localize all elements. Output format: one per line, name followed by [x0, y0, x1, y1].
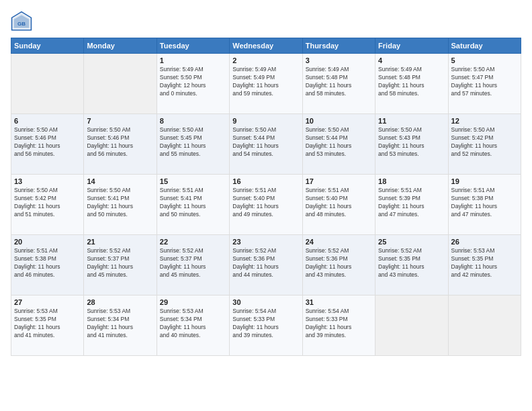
calendar-week-3: 20Sunrise: 5:51 AM Sunset: 5:38 PM Dayli…: [11, 235, 521, 295]
day-number: 3: [306, 56, 372, 64]
day-number: 22: [160, 238, 226, 246]
calendar-cell: 25Sunrise: 5:52 AM Sunset: 5:35 PM Dayli…: [375, 235, 448, 295]
day-info: Sunrise: 5:50 AM Sunset: 5:43 PM Dayligh…: [378, 126, 445, 158]
day-number: 25: [378, 238, 445, 246]
calendar-cell: 2Sunrise: 5:49 AM Sunset: 5:49 PM Daylig…: [230, 54, 302, 114]
calendar-week-4: 27Sunrise: 5:53 AM Sunset: 5:35 PM Dayli…: [11, 295, 521, 356]
day-info: Sunrise: 5:51 AM Sunset: 5:38 PM Dayligh…: [14, 247, 81, 279]
day-info: Sunrise: 5:51 AM Sunset: 5:39 PM Dayligh…: [378, 187, 445, 219]
calendar-cell: 23Sunrise: 5:52 AM Sunset: 5:36 PM Dayli…: [230, 235, 302, 295]
weekday-header-monday: Monday: [84, 38, 157, 54]
day-info: Sunrise: 5:50 AM Sunset: 5:42 PM Dayligh…: [14, 187, 81, 219]
day-number: 31: [306, 298, 372, 306]
day-info: Sunrise: 5:49 AM Sunset: 5:49 PM Dayligh…: [232, 66, 299, 98]
day-info: Sunrise: 5:54 AM Sunset: 5:33 PM Dayligh…: [306, 308, 372, 340]
calendar-cell: 5Sunrise: 5:50 AM Sunset: 5:47 PM Daylig…: [448, 54, 521, 114]
calendar-cell: 8Sunrise: 5:50 AM Sunset: 5:45 PM Daylig…: [157, 114, 229, 175]
day-number: 11: [378, 117, 445, 125]
day-number: 2: [232, 56, 299, 64]
day-info: Sunrise: 5:53 AM Sunset: 5:35 PM Dayligh…: [451, 247, 518, 279]
day-info: Sunrise: 5:50 AM Sunset: 5:46 PM Dayligh…: [87, 126, 153, 158]
calendar-cell: 1Sunrise: 5:49 AM Sunset: 5:50 PM Daylig…: [157, 54, 229, 114]
calendar-cell: [448, 295, 521, 356]
calendar-cell: 21Sunrise: 5:52 AM Sunset: 5:37 PM Dayli…: [84, 235, 157, 295]
calendar-cell: 24Sunrise: 5:52 AM Sunset: 5:36 PM Dayli…: [302, 235, 375, 295]
calendar-cell: 27Sunrise: 5:53 AM Sunset: 5:35 PM Dayli…: [11, 295, 84, 356]
day-number: 21: [87, 238, 153, 246]
day-number: 13: [14, 177, 81, 185]
calendar-cell: 17Sunrise: 5:51 AM Sunset: 5:40 PM Dayli…: [302, 175, 375, 235]
calendar-cell: [375, 295, 448, 356]
page-header: GB: [11, 11, 521, 32]
calendar-cell: 29Sunrise: 5:53 AM Sunset: 5:34 PM Dayli…: [157, 295, 229, 356]
day-info: Sunrise: 5:49 AM Sunset: 5:50 PM Dayligh…: [160, 66, 226, 98]
calendar-table: SundayMondayTuesdayWednesdayThursdayFrid…: [11, 38, 521, 356]
calendar-cell: 9Sunrise: 5:50 AM Sunset: 5:44 PM Daylig…: [230, 114, 302, 175]
weekday-header-sunday: Sunday: [11, 38, 84, 54]
logo-icon: GB: [11, 11, 32, 32]
svg-text:GB: GB: [17, 21, 26, 27]
calendar-week-0: 1Sunrise: 5:49 AM Sunset: 5:50 PM Daylig…: [11, 54, 521, 114]
day-info: Sunrise: 5:51 AM Sunset: 5:41 PM Dayligh…: [160, 187, 226, 219]
day-info: Sunrise: 5:49 AM Sunset: 5:48 PM Dayligh…: [378, 66, 445, 98]
weekday-header-thursday: Thursday: [302, 38, 375, 54]
weekday-header-wednesday: Wednesday: [230, 38, 302, 54]
day-info: Sunrise: 5:50 AM Sunset: 5:44 PM Dayligh…: [306, 126, 372, 158]
day-info: Sunrise: 5:53 AM Sunset: 5:34 PM Dayligh…: [87, 308, 153, 340]
calendar-cell: 14Sunrise: 5:50 AM Sunset: 5:41 PM Dayli…: [84, 175, 157, 235]
logo: GB: [11, 11, 35, 32]
day-number: 15: [160, 177, 226, 185]
day-info: Sunrise: 5:51 AM Sunset: 5:38 PM Dayligh…: [451, 187, 518, 219]
calendar-header: SundayMondayTuesdayWednesdayThursdayFrid…: [11, 38, 521, 54]
day-number: 17: [306, 177, 372, 185]
day-number: 27: [14, 298, 81, 306]
calendar-cell: 26Sunrise: 5:53 AM Sunset: 5:35 PM Dayli…: [448, 235, 521, 295]
calendar-cell: 11Sunrise: 5:50 AM Sunset: 5:43 PM Dayli…: [375, 114, 448, 175]
day-number: 30: [232, 298, 299, 306]
day-number: 5: [451, 56, 518, 64]
day-number: 23: [232, 238, 299, 246]
calendar-week-2: 13Sunrise: 5:50 AM Sunset: 5:42 PM Dayli…: [11, 175, 521, 235]
day-number: 14: [87, 177, 153, 185]
day-number: 26: [451, 238, 518, 246]
day-info: Sunrise: 5:53 AM Sunset: 5:35 PM Dayligh…: [14, 308, 81, 340]
day-info: Sunrise: 5:52 AM Sunset: 5:36 PM Dayligh…: [232, 247, 299, 279]
day-info: Sunrise: 5:53 AM Sunset: 5:34 PM Dayligh…: [160, 308, 226, 340]
day-number: 24: [306, 238, 372, 246]
day-info: Sunrise: 5:52 AM Sunset: 5:35 PM Dayligh…: [378, 247, 445, 279]
calendar-week-1: 6Sunrise: 5:50 AM Sunset: 5:46 PM Daylig…: [11, 114, 521, 175]
day-number: 4: [378, 56, 445, 64]
weekday-header-tuesday: Tuesday: [157, 38, 229, 54]
day-number: 18: [378, 177, 445, 185]
day-info: Sunrise: 5:52 AM Sunset: 5:37 PM Dayligh…: [160, 247, 226, 279]
calendar-cell: 22Sunrise: 5:52 AM Sunset: 5:37 PM Dayli…: [157, 235, 229, 295]
calendar-cell: [84, 54, 157, 114]
day-number: 9: [232, 117, 299, 125]
weekday-header-saturday: Saturday: [448, 38, 521, 54]
day-info: Sunrise: 5:50 AM Sunset: 5:42 PM Dayligh…: [451, 126, 518, 158]
calendar-cell: 28Sunrise: 5:53 AM Sunset: 5:34 PM Dayli…: [84, 295, 157, 356]
calendar-cell: 12Sunrise: 5:50 AM Sunset: 5:42 PM Dayli…: [448, 114, 521, 175]
day-number: 19: [451, 177, 518, 185]
day-info: Sunrise: 5:50 AM Sunset: 5:45 PM Dayligh…: [160, 126, 226, 158]
calendar-cell: 13Sunrise: 5:50 AM Sunset: 5:42 PM Dayli…: [11, 175, 84, 235]
day-info: Sunrise: 5:52 AM Sunset: 5:37 PM Dayligh…: [87, 247, 153, 279]
day-info: Sunrise: 5:54 AM Sunset: 5:33 PM Dayligh…: [232, 308, 299, 340]
day-number: 20: [14, 238, 81, 246]
calendar-cell: 4Sunrise: 5:49 AM Sunset: 5:48 PM Daylig…: [375, 54, 448, 114]
day-number: 10: [306, 117, 372, 125]
day-number: 1: [160, 56, 226, 64]
calendar-cell: 19Sunrise: 5:51 AM Sunset: 5:38 PM Dayli…: [448, 175, 521, 235]
calendar-cell: 3Sunrise: 5:49 AM Sunset: 5:48 PM Daylig…: [302, 54, 375, 114]
day-number: 29: [160, 298, 226, 306]
calendar-cell: 30Sunrise: 5:54 AM Sunset: 5:33 PM Dayli…: [230, 295, 302, 356]
calendar-cell: 15Sunrise: 5:51 AM Sunset: 5:41 PM Dayli…: [157, 175, 229, 235]
calendar-cell: 31Sunrise: 5:54 AM Sunset: 5:33 PM Dayli…: [302, 295, 375, 356]
weekday-header-row: SundayMondayTuesdayWednesdayThursdayFrid…: [11, 38, 521, 54]
day-info: Sunrise: 5:50 AM Sunset: 5:47 PM Dayligh…: [451, 66, 518, 98]
calendar-cell: 20Sunrise: 5:51 AM Sunset: 5:38 PM Dayli…: [11, 235, 84, 295]
weekday-header-friday: Friday: [375, 38, 448, 54]
day-info: Sunrise: 5:50 AM Sunset: 5:44 PM Dayligh…: [232, 126, 299, 158]
day-info: Sunrise: 5:50 AM Sunset: 5:46 PM Dayligh…: [14, 126, 81, 158]
calendar-cell: 16Sunrise: 5:51 AM Sunset: 5:40 PM Dayli…: [230, 175, 302, 235]
